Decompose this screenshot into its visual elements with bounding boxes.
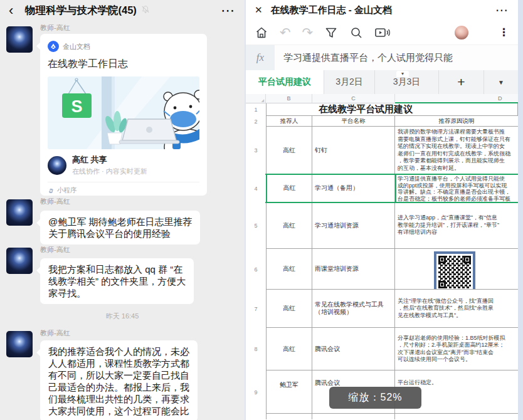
row-header[interactable]: 8 bbox=[246, 328, 266, 370]
selected-column-indicator bbox=[395, 102, 518, 103]
cell-header-reason[interactable]: 推荐原因说明 bbox=[395, 116, 518, 127]
cell-reason[interactable]: 进入学习通app，点“直播课堂”，有“信息教学能力提升培训”，打开该课程，“章节… bbox=[395, 202, 518, 249]
cell-platform[interactable]: 钉钉 bbox=[312, 127, 395, 174]
sheet-tab-caret[interactable]: ▾ bbox=[396, 71, 409, 77]
cell-qr-code[interactable] bbox=[395, 249, 518, 290]
cell-recommender[interactable]: 高红 bbox=[266, 249, 312, 290]
sheet-tab[interactable]: 3月2日 bbox=[324, 70, 375, 94]
text-line: @鲍卫军 期待鲍老师在日志里推荐 bbox=[48, 216, 192, 228]
present-cast-icon[interactable] bbox=[374, 26, 391, 39]
home-icon[interactable] bbox=[255, 26, 268, 39]
user-avatar[interactable] bbox=[455, 26, 468, 39]
cell-recommender[interactable]: 高红 bbox=[266, 174, 312, 202]
cell-reason-selected[interactable]: 学习通提供直播平台，个人试用觉得只能使成的ppt或投屏，使用投屏和手写板可以实现… bbox=[395, 174, 518, 202]
row-header[interactable]: 3 bbox=[246, 127, 266, 174]
mute-bell-icon bbox=[141, 5, 150, 16]
add-sheet-button[interactable]: + bbox=[439, 70, 484, 94]
column-header-b[interactable]: B bbox=[266, 94, 312, 103]
avatar[interactable] bbox=[6, 26, 33, 53]
cell-platform[interactable]: 学习通（备用） bbox=[312, 174, 395, 202]
doc-more-button[interactable]: ⋯ bbox=[495, 3, 509, 18]
svg-text:S: S bbox=[71, 97, 82, 116]
row-header[interactable]: 4 bbox=[246, 174, 266, 202]
text-line: 台是否稳定；板书较多的老师必须准备手写板 bbox=[398, 196, 515, 202]
chat-more-button[interactable]: ⋯ bbox=[221, 4, 236, 17]
filter-icon[interactable] bbox=[324, 26, 338, 39]
text-line: 人人都适用，课程性质教学方式都 bbox=[48, 357, 189, 369]
avatar[interactable] bbox=[6, 248, 33, 274]
chat-message[interactable]: 我把方案和日志都放入 qq 群 “在线教学相关” 的文件夹里，方便大家寻找。 bbox=[40, 258, 194, 304]
zoom-toast: 缩放：52% bbox=[329, 387, 421, 409]
doc-title: 在线教学工作日志 - 金山文档 bbox=[271, 4, 392, 16]
row-header[interactable]: 1 bbox=[246, 103, 266, 116]
sheet-tab-active[interactable]: 平台试用建议 bbox=[246, 70, 324, 94]
overflow-menu-icon[interactable]: ⋮ bbox=[499, 26, 509, 39]
text-line: 的互动，基本没有时延。 bbox=[398, 165, 515, 172]
row-header[interactable]: 7 bbox=[246, 290, 266, 328]
text-line: 见在线教学模式与工具”。 bbox=[398, 312, 515, 320]
close-button[interactable]: ✕ bbox=[255, 4, 263, 16]
chat-message[interactable]: @鲍卫军 期待鲍老师在日志里推荐关于腾讯会议平台的使用经验 bbox=[40, 211, 200, 244]
chat-header: ‹ 物理科学与技术学院(45) ⋯ bbox=[0, 0, 245, 21]
sheet-list-button[interactable]: ▼ bbox=[484, 70, 518, 94]
cell-reason[interactable]: 关注“理学在线”微信公众号，找“直播回，然后“在线教育技术”，然后找“余胜泉见在… bbox=[395, 290, 518, 328]
search-icon[interactable] bbox=[349, 26, 363, 39]
cell-empty[interactable] bbox=[312, 414, 395, 419]
cell-header-platform[interactable]: 平台名称 bbox=[312, 116, 395, 127]
back-button[interactable]: ‹ bbox=[9, 1, 20, 20]
table-row: 5 高红 学习通培训资源 进入学习通app，点“直播课堂”，有“信息教学能力提升… bbox=[246, 202, 518, 249]
cell-header-recommender[interactable]: 推荐人 bbox=[266, 116, 312, 127]
shared-doc-card[interactable]: 金山文档 在线教学工作日志 S bbox=[40, 34, 207, 196]
card-app-name: 金山文档 bbox=[63, 42, 90, 51]
card-owner-row: 高红 共享 在线协作 · 内容实时更新 bbox=[48, 154, 199, 176]
cell-platform[interactable]: 学习通培训资源 bbox=[312, 202, 395, 249]
text-line: 需要电脑直播形式上课，钉钉能够保证在只有 bbox=[398, 136, 515, 144]
cell-platform[interactable]: 常见在线教学模式与工具（培训视频） bbox=[312, 290, 395, 328]
cell-platform[interactable]: 雨课堂培训资源 bbox=[312, 249, 395, 290]
table-row: 1 在线教学平台试用建议 bbox=[246, 103, 518, 116]
cell-sheet-title[interactable]: 在线教学平台试用建议 bbox=[266, 103, 518, 116]
card-header: 金山文档 bbox=[48, 40, 199, 53]
text-line: 线教学相关” 的文件夹里，方便大 bbox=[48, 275, 186, 287]
cell-empty[interactable] bbox=[395, 414, 518, 419]
text-line: 导讲解。缺点：不确定直播是否会出现卡顿， bbox=[398, 189, 515, 196]
undo-icon[interactable]: ↶ bbox=[280, 26, 291, 39]
cell-empty[interactable] bbox=[266, 414, 312, 419]
row-header[interactable]: 9 bbox=[246, 370, 266, 414]
column-header-d[interactable]: D bbox=[395, 94, 518, 103]
text-line: 关注“理学在线”微信公众号，找“直播回 bbox=[398, 298, 515, 305]
select-all-corner[interactable]: ◢ bbox=[246, 94, 266, 103]
mini-program-icon bbox=[48, 187, 55, 194]
formula-value[interactable]: 学习通提供直播平台，个人试用觉得只能 bbox=[275, 45, 453, 70]
cell-platform[interactable]: 腾讯会议 bbox=[312, 328, 395, 370]
sender-name: 教师-高红 bbox=[40, 245, 70, 255]
chat-message[interactable]: 我的推荐适合我个人的情况，未必人人都适用，课程性质教学方式都有不同，所以大家一定… bbox=[40, 340, 198, 420]
row-header[interactable]: 6 bbox=[246, 249, 266, 290]
sender-name: 教师-高红 bbox=[40, 328, 70, 338]
redo-icon[interactable]: ↷ bbox=[302, 26, 314, 39]
avatar[interactable] bbox=[6, 199, 33, 226]
table-row: 8 高红 腾讯会议 分享赵岩老师的使用经验：1.B5纸对折模拟，尺寸刚好；2.手… bbox=[246, 328, 518, 370]
text-line: 关于腾讯会议平台的使用经验 bbox=[48, 228, 192, 239]
cell-recommender[interactable]: 高红 bbox=[266, 290, 312, 328]
row-header[interactable]: 2 bbox=[246, 116, 266, 127]
cell-reason[interactable]: 分享赵岩老师的使用经验：1.B5纸对折模拟，尺寸刚好；2.手机架距桌面高约12厘… bbox=[395, 328, 518, 370]
chat-group-title: 物理科学与技术学院(45) bbox=[25, 4, 137, 18]
cell-reason[interactable]: 我讲授的数学物理方法课程需要大量板书推需要电脑直播形式上课，钉钉能够保证在只有笔… bbox=[395, 127, 518, 174]
text-line: ，尺寸刚好；2.手机架距桌面高约12厘米； bbox=[398, 342, 515, 349]
text-line: 老师们一直在用钉钉完成在线教学，系统很稳 bbox=[398, 150, 515, 158]
cell-recommender[interactable]: 鲍卫军 bbox=[266, 370, 312, 414]
doc-toolbar: ↶ ↷ ⋮ bbox=[246, 20, 518, 45]
docs-panel: ✕ 在线教学工作日志 - 金山文档 ⋯ ↶ ↷ ⋮ fx 学习通提供直播平台，个… bbox=[246, 0, 518, 420]
text-line: 学习通提供直播平台，个人试用觉得只能使 bbox=[398, 176, 515, 182]
card-doc-title: 在线教学工作日志 bbox=[48, 58, 199, 71]
row-header[interactable]: 5 bbox=[246, 202, 266, 249]
column-header-c[interactable]: C bbox=[312, 94, 395, 103]
cell-recommender[interactable]: 高红 bbox=[266, 202, 312, 249]
cell-recommender[interactable]: 高红 bbox=[266, 328, 312, 370]
avatar[interactable] bbox=[6, 331, 33, 357]
formula-bar[interactable]: fx 学习通提供直播平台，个人试用觉得只能 bbox=[246, 45, 518, 71]
kingsoft-docs-icon bbox=[48, 41, 59, 52]
cell-recommender[interactable]: 高红 bbox=[266, 127, 312, 174]
owner-avatar bbox=[48, 156, 66, 175]
